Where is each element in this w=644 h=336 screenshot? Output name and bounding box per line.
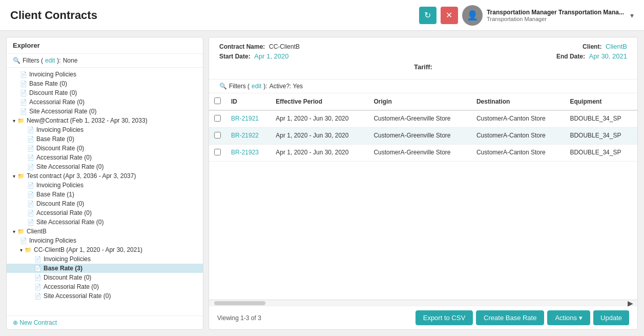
explorer-panel: Explorer 🔍 Filters (edit): None 📄 Invoic… [6,37,203,330]
horizontal-scrollbar[interactable]: ▶ [209,300,637,306]
tariff-table: ID Effective Period Origin Destination E… [209,93,637,162]
chevron-down-icon: ▾ [630,11,634,19]
row-checkbox[interactable] [214,149,221,155]
tree-item[interactable]: ▾ 📁 CC-ClientB (Apr 1, 2020 - Apr 30, 20… [7,245,203,254]
tree-item-label: Site Accessorial Rate (0) [36,163,103,170]
tree-item[interactable]: 📄 Invoicing Policies [7,236,203,245]
close-button[interactable]: ✕ [441,7,458,24]
filters-label: Filters ( [23,57,43,64]
content-search-icon: 🔍 [219,83,227,90]
row-checkbox[interactable] [214,115,221,122]
tree-item[interactable]: 📄 Accessorial Rate (0) [7,208,203,218]
content-footer: Viewing 1-3 of 3 Export to CSV Create Ba… [209,306,637,329]
user-menu[interactable]: 👤 Transportation Manager Transportation … [462,5,634,26]
filters-edit-link[interactable]: edit [45,57,55,64]
tree-item[interactable]: 📄 Site Accessorial Rate (0) [7,218,203,227]
tree-item[interactable]: 📄 Site Accessorial Rate (0) [7,162,203,171]
doc-icon: 📄 [34,293,41,300]
refresh-button[interactable]: ↻ [419,7,437,24]
search-icon: 🔍 [13,57,20,64]
tree-item-label: Discount Rate (0) [36,200,84,207]
tree-item[interactable]: 📄 Invoicing Policies [7,70,203,79]
table-cell: CustomerA-Greenville Store [368,145,471,162]
viewing-count: Viewing 1-3 of 3 [217,314,261,322]
tree-item[interactable]: 📄 Discount Rate (0) [7,88,203,97]
tree-item[interactable]: 📄 Accessorial Rate (0) [7,282,203,291]
doc-icon: 📄 [27,154,34,161]
tree-item[interactable]: 📄 Base Rate (3) [7,264,203,273]
col-id: ID [226,93,271,110]
doc-icon: 📄 [34,274,41,281]
tree-item[interactable]: 📄 Site Accessorial Rate (0) [7,291,203,301]
tree-item[interactable]: 📄 Accessorial Rate (0) [7,97,203,107]
tree-item-label: Invoicing Policies [36,126,84,133]
content-filters: 🔍 Filters (edit): Active?: Yes [209,80,637,93]
filters-value: None [63,57,78,64]
table-row: BR-21923Apr 1, 2020 - Jun 30, 2020Custom… [209,145,637,162]
tree-item-label: Discount Rate (0) [29,89,77,96]
avatar: 👤 [462,5,483,26]
tree-item[interactable]: ▾ 📁 Test contract (Apr 3, 2036 - Apr 3, … [7,171,203,181]
export-csv-button[interactable]: Export to CSV [416,310,473,325]
tree-item-label: Base Rate (1) [36,191,74,198]
tariff-label: Tariff: [219,63,627,71]
doc-icon: 📄 [34,256,41,263]
actions-button[interactable]: Actions ▾ [547,310,590,325]
new-contract-link[interactable]: New Contract [19,319,57,326]
folder-icon: 📁 [17,117,25,124]
tree-expander-icon: ▾ [13,118,15,124]
table-cell: Apr 1, 2020 - Jun 30, 2020 [271,128,368,145]
row-id-link[interactable]: BR-21922 [231,132,259,139]
tree-item[interactable]: 📄 Site Accessorial Rate (0) [7,107,203,116]
col-effective-period: Effective Period [271,93,368,110]
client-link[interactable]: ClientB [606,43,627,50]
scrollbar-thumb[interactable] [214,301,265,305]
user-role: Transportation Manager [487,16,624,22]
content-filter-edit-link[interactable]: edit [252,83,261,90]
update-button[interactable]: Update [593,310,629,325]
scroll-right-arrow[interactable]: ▶ [628,300,633,306]
doc-icon: 📄 [20,90,27,96]
tree-item[interactable]: 📄 Discount Rate (0) [7,199,203,208]
tree-item[interactable]: 📄 Base Rate (1) [7,190,203,199]
content-panel: Contract Name: CC-ClientB Client: Client… [209,37,638,330]
tree-item-label: Accessorial Rate (0) [36,209,92,216]
col-equipment: Equipment [565,93,637,110]
table-cell: CustomerA-Greenville Store [368,128,471,145]
tree-item[interactable]: 📄 Invoicing Policies [7,254,203,264]
tree-item[interactable]: 📄 Discount Rate (0) [7,273,203,282]
tree-item[interactable]: 📄 Base Rate (0) [7,134,203,144]
doc-icon: 📄 [20,108,27,115]
table-row: BR-21922Apr 1, 2020 - Jun 30, 2020Custom… [209,128,637,145]
tree-item[interactable]: ▾ 📁 ClientB [7,227,203,236]
close-icon: ✕ [446,10,452,20]
create-base-rate-button[interactable]: Create Base Rate [476,310,544,325]
tree-item[interactable]: 📄 Invoicing Policies [7,125,203,134]
tree-item[interactable]: 📄 Discount Rate (0) [7,144,203,153]
doc-icon: 📄 [27,164,34,170]
col-origin: Origin [368,93,471,110]
tree-item[interactable]: 📄 Base Rate (0) [7,79,203,88]
table-row: BR-21921Apr 1, 2020 - Jun 30, 2020Custom… [209,110,637,128]
row-checkbox[interactable] [214,132,221,139]
tariff-table-area: ID Effective Period Origin Destination E… [209,93,637,300]
select-all-checkbox[interactable] [214,97,221,104]
new-contract-area: ⊕ New Contract [7,315,203,329]
tree-expander-icon: ▾ [20,247,23,253]
contract-name-value: CC-ClientB [269,43,300,50]
doc-icon: 📄 [27,210,34,216]
tree-item[interactable]: 📄 Invoicing Policies [7,181,203,190]
contract-name-label: Contract Name: [219,43,265,50]
row-id-link[interactable]: BR-21923 [231,149,259,156]
tree-item-label: Base Rate (0) [36,135,74,143]
tree-item[interactable]: ▾ 📁 New@Contract (Feb 1, 2032 - Apr 30, … [7,116,203,125]
tree-item[interactable]: 📄 Accessorial Rate (0) [7,153,203,162]
doc-icon: 📄 [27,182,34,189]
doc-icon: 📄 [20,238,27,244]
tree-item-label: Site Accessorial Rate (0) [29,108,96,115]
tree-item-label: Accessorial Rate (0) [29,98,85,106]
table-cell: CustomerA-Canton Store [471,110,565,128]
row-id-link[interactable]: BR-21921 [231,115,259,122]
refresh-icon: ↻ [424,10,431,20]
table-cell: CustomerA-Canton Store [471,145,565,162]
